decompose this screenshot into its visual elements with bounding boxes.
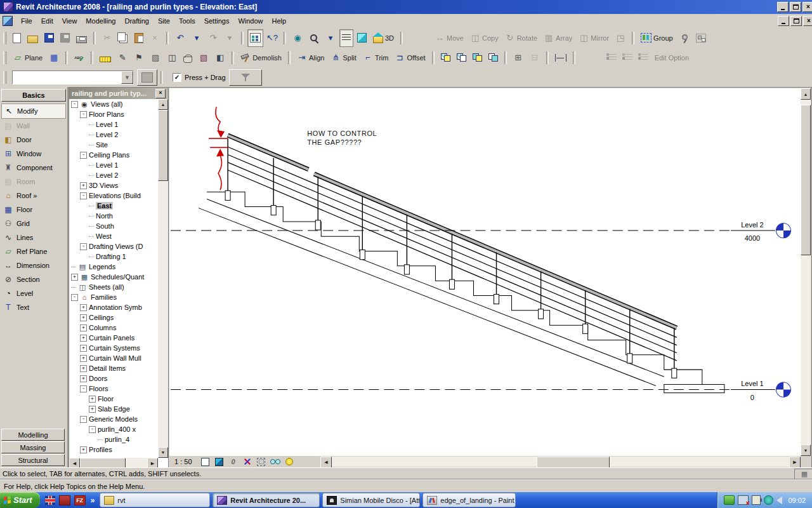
designbar-tab-structural[interactable]: Structural: [1, 454, 65, 466]
tree-expander[interactable]: +: [80, 335, 87, 342]
selection-filter-indicator[interactable]: ▦: [794, 469, 812, 479]
toolbar-grip[interactable]: [3, 32, 6, 44]
menu-site[interactable]: Site: [154, 16, 174, 26]
zoom-dropdown-button[interactable]: ▾: [323, 29, 338, 47]
selection-filter-button[interactable]: [229, 69, 262, 86]
start-button[interactable]: Start: [0, 492, 40, 508]
menu-settings[interactable]: Settings: [200, 16, 234, 26]
uk-flag-icon[interactable]: [45, 496, 55, 505]
tree-item-slab-edge[interactable]: +Slab Edge: [69, 404, 158, 414]
scroll-down-icon[interactable]: ▼: [158, 447, 168, 458]
tree-item-views-all[interactable]: -◉Views (all): [69, 99, 158, 109]
crop-region-button[interactable]: [256, 457, 266, 467]
offset-button[interactable]: ⊐Offset: [392, 49, 428, 67]
scroll-left-icon[interactable]: ◀: [320, 457, 332, 468]
menu-edit[interactable]: Edit: [37, 16, 58, 26]
join-geometry-button[interactable]: [470, 49, 485, 67]
tree-expander[interactable]: +: [80, 365, 87, 372]
measure-button[interactable]: [97, 49, 114, 67]
split-button[interactable]: ⋔Split: [328, 49, 358, 67]
materials-button[interactable]: ▧: [196, 49, 211, 67]
match-button[interactable]: ✎: [115, 49, 130, 67]
menu-tools[interactable]: Tools: [174, 16, 200, 26]
tree-item-level-1[interactable]: Level 1: [69, 119, 158, 130]
child-restore-button[interactable]: [790, 16, 802, 26]
designbar-tab-massing[interactable]: Massing: [1, 441, 65, 453]
shadows-button[interactable]: 0: [228, 457, 239, 467]
tree-expander[interactable]: -: [71, 101, 78, 108]
default-3d-button[interactable]: [355, 29, 369, 47]
reveal-hidden-button[interactable]: [270, 457, 280, 467]
tree-expander[interactable]: +: [71, 274, 78, 281]
designbar-item-level[interactable]: ◔Level: [1, 286, 66, 300]
tree-item-elevations-build[interactable]: -Elevations (Build: [69, 190, 158, 201]
designbar-item-section[interactable]: ⊘Section: [1, 272, 66, 286]
minimize-button[interactable]: [777, 2, 789, 12]
tree-item-schedules-quant[interactable]: +▦Schedules/Quant: [69, 272, 158, 282]
close-button[interactable]: ×: [802, 2, 812, 12]
tree-expander[interactable]: +: [80, 182, 87, 189]
spelling-button[interactable]: [72, 49, 87, 67]
browser-vertical-scrollbar[interactable]: ▲ ▼: [158, 99, 168, 458]
pin-button[interactable]: [677, 29, 692, 47]
designbar-item-grid[interactable]: ⚇Grid: [1, 217, 66, 231]
group-button[interactable]: Group: [638, 29, 676, 47]
view-scale[interactable]: 1 : 50: [174, 458, 192, 465]
project-browser-button[interactable]: [247, 29, 263, 47]
ungroup-button[interactable]: [693, 29, 709, 47]
project-browser-title-bar[interactable]: railing and purlin typ... ×: [69, 88, 168, 99]
menu-file[interactable]: File: [16, 16, 37, 26]
tree-item-columns[interactable]: +Columns: [69, 323, 158, 333]
tree-item-legends[interactable]: ▤Legends: [69, 262, 158, 272]
tree-item-drafting-1[interactable]: Drafting 1: [69, 251, 158, 262]
new-file-button[interactable]: [10, 29, 23, 47]
battery-icon[interactable]: [752, 495, 761, 505]
save-button[interactable]: [42, 29, 56, 47]
tree-item-ceiling-plans[interactable]: -Ceiling Plans: [69, 150, 158, 160]
tree-item-3d-views[interactable]: +3D Views: [69, 180, 158, 190]
canvas-vertical-scrollbar[interactable]: ▲ ▼: [801, 88, 811, 456]
split-face-button[interactable]: ◧: [213, 49, 228, 67]
tree-item-level-2[interactable]: Level 2: [69, 170, 158, 180]
tree-item-level-2[interactable]: Level 2: [69, 130, 158, 140]
menu-view[interactable]: View: [58, 16, 82, 26]
dynamic-view-button[interactable]: ◉: [290, 29, 305, 47]
designbar-item-dimension[interactable]: ↔Dimension: [1, 258, 66, 272]
designbar-item-window[interactable]: ⊞Window: [1, 147, 66, 161]
designbar-header-basics[interactable]: Basics: [1, 89, 66, 102]
taskbar-button-simian-mobile-disco-att[interactable]: Simian Mobile Disco - [Att...: [322, 493, 420, 507]
align-button[interactable]: ⇥Align: [294, 49, 327, 67]
zoom-button[interactable]: [306, 29, 322, 47]
network-offline-icon[interactable]: [738, 495, 749, 505]
child-minimize-button[interactable]: [778, 16, 789, 26]
tree-expander[interactable]: -: [80, 385, 87, 392]
tree-item-south[interactable]: South: [69, 221, 158, 231]
level-2-line[interactable]: Level 2 4000: [171, 221, 790, 242]
tree-expander[interactable]: +: [80, 324, 87, 331]
cut-geometry-button[interactable]: [438, 49, 453, 67]
temporary-hide-button[interactable]: [284, 457, 294, 467]
tree-expander[interactable]: +: [80, 345, 87, 352]
scroll-up-icon[interactable]: ▲: [158, 99, 168, 110]
child-close-button[interactable]: ×: [803, 16, 812, 26]
tag-button[interactable]: ⚑: [131, 49, 147, 67]
designbar-item-floor[interactable]: ▦Floor: [1, 203, 66, 217]
media-player-icon[interactable]: [764, 495, 773, 505]
tree-expander[interactable]: +: [80, 355, 87, 362]
view-panel-button[interactable]: ◫: [164, 49, 180, 67]
undo-button[interactable]: ↶: [173, 29, 188, 47]
tree-expander[interactable]: -: [80, 192, 87, 199]
canvas-horizontal-scrollbar[interactable]: ◀ ▶: [320, 457, 801, 467]
tree-item-east[interactable]: East: [69, 201, 158, 211]
document-icon[interactable]: [3, 16, 13, 26]
designbar-item-room[interactable]: ▧Room: [1, 175, 66, 189]
element-properties-button[interactable]: [137, 69, 157, 86]
context-help-button[interactable]: ↖?: [265, 29, 280, 47]
toolbar-grip[interactable]: [3, 71, 6, 84]
menu-drafting[interactable]: Drafting: [120, 16, 154, 26]
chevron-down-icon[interactable]: ▼: [121, 71, 133, 84]
demolish-button[interactable]: Demolish: [238, 49, 284, 67]
taskbar-button-edge-of-landing-paint[interactable]: edge_of_landing - Paint: [422, 493, 516, 507]
designbar-item-modify[interactable]: ↖Modify: [1, 104, 66, 119]
linework-button[interactable]: ▨: [148, 49, 163, 67]
